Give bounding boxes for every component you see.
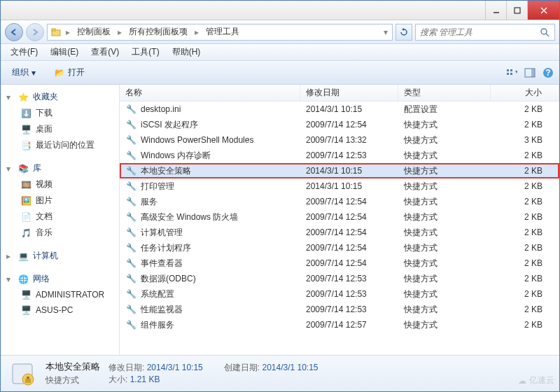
file-row[interactable]: 🔧事件查看器2009/7/14 12:54快捷方式2 KB: [120, 255, 559, 271]
help-button[interactable]: ?: [542, 67, 554, 78]
file-row[interactable]: 🔧组件服务2009/7/14 12:57快捷方式2 KB: [120, 317, 559, 332]
music-icon: 🎵: [20, 227, 31, 239]
menu-file[interactable]: 文件(F): [5, 44, 43, 60]
search-input[interactable]: [420, 27, 539, 37]
file-row[interactable]: 🔧高级安全 Windows 防火墙2009/7/14 12:54快捷方式2 KB: [120, 209, 559, 225]
minimize-button[interactable]: [485, 1, 506, 20]
collapse-icon: ▾: [6, 164, 13, 174]
shortcut-icon: 🔧: [125, 211, 136, 223]
shortcut-icon: 🔧: [125, 165, 136, 176]
computer-group[interactable]: ▸💻计算机: [1, 248, 119, 264]
computer-icon: 💻: [18, 251, 29, 262]
file-type: 快捷方式: [398, 164, 491, 178]
address-bar[interactable]: ▸ 控制面板 ▸ 所有控制面板项 ▸ 管理工具 ▾: [47, 24, 393, 41]
search-box[interactable]: [415, 24, 555, 41]
chevron-down-icon[interactable]: ▾: [382, 27, 389, 37]
open-button[interactable]: 📂打开: [48, 64, 90, 81]
list-body[interactable]: 🔧desktop.ini2014/3/1 10:15配置设置2 KB🔧iSCSI…: [120, 102, 559, 355]
svg-rect-5: [52, 29, 55, 31]
file-name: 本地安全策略: [141, 165, 191, 177]
menu-tools[interactable]: 工具(T): [126, 44, 164, 60]
chevron-right-icon[interactable]: ▸: [116, 27, 123, 37]
file-row[interactable]: 🔧性能监视器2009/7/14 12:53快捷方式2 KB: [120, 302, 559, 317]
file-name: 高级安全 Windows 防火墙: [141, 211, 238, 223]
titlebar: [1, 1, 559, 20]
file-row[interactable]: 🔧任务计划程序2009/7/14 12:54快捷方式2 KB: [120, 240, 559, 255]
shortcut-icon: 🔧: [125, 181, 136, 192]
breadcrumb-item[interactable]: 控制面板: [74, 24, 113, 39]
shortcut-icon: 🔧: [125, 104, 136, 115]
modified-value: 2014/3/1 10:15: [147, 363, 203, 372]
favorites-group[interactable]: ▾⭐收藏夹: [1, 89, 119, 105]
chevron-right-icon[interactable]: ▸: [64, 27, 71, 37]
refresh-button[interactable]: [396, 24, 412, 41]
file-type: 快捷方式: [398, 179, 491, 194]
menu-edit[interactable]: 编辑(E): [45, 44, 84, 60]
sidebar-item-network-host[interactable]: 🖥️ASUS-PC: [1, 302, 119, 318]
breadcrumb-item[interactable]: 管理工具: [203, 24, 242, 39]
file-size: 2 KB: [491, 195, 559, 208]
back-button[interactable]: [5, 23, 23, 41]
file-date: 2014/3/1 10:15: [300, 180, 398, 192]
file-row[interactable]: 🔧打印管理2014/3/1 10:15快捷方式2 KB: [120, 178, 559, 194]
sidebar-item-network-host[interactable]: 🖥️ADMINISTRATOR: [1, 287, 119, 302]
preview-pane-button[interactable]: [524, 67, 536, 78]
file-type: 快捷方式: [398, 287, 491, 302]
modified-label: 修改日期:: [108, 363, 144, 372]
file-name: 性能监视器: [141, 304, 183, 316]
sidebar-item-videos[interactable]: 🎞️视频: [1, 176, 119, 192]
menu-view[interactable]: 查看(V): [85, 44, 125, 60]
file-name: 系统配置: [141, 288, 174, 300]
file-row[interactable]: 🔧desktop.ini2014/3/1 10:15配置设置2 KB: [120, 102, 559, 117]
documents-icon: 📄: [20, 211, 31, 223]
created-label: 创建日期:: [224, 363, 260, 372]
file-row[interactable]: 🔧服务2009/7/14 12:54快捷方式2 KB: [120, 194, 559, 209]
file-name: desktop.ini: [141, 104, 181, 114]
file-type: 快捷方式: [398, 133, 491, 148]
file-row[interactable]: 🔧数据源(ODBC)2009/7/14 12:53快捷方式2 KB: [120, 271, 559, 286]
libraries-group[interactable]: ▾📚库: [1, 160, 119, 176]
file-row[interactable]: 🔧Windows 内存诊断2009/7/14 12:53快捷方式2 KB: [120, 148, 559, 163]
column-name[interactable]: 名称: [120, 85, 300, 101]
sidebar-item-downloads[interactable]: ⬇️下载: [1, 105, 119, 121]
open-icon: 📂: [54, 67, 65, 78]
organize-button[interactable]: 组织 ▾: [6, 64, 41, 81]
sidebar-item-music[interactable]: 🎵音乐: [1, 225, 119, 241]
file-row[interactable]: 🔧系统配置2009/7/14 12:53快捷方式2 KB: [120, 286, 559, 302]
network-group[interactable]: ▾🌐网络: [1, 271, 119, 287]
column-type[interactable]: 类型: [398, 85, 491, 101]
forward-button[interactable]: [26, 23, 44, 41]
breadcrumb-item[interactable]: 所有控制面板项: [126, 24, 190, 39]
sidebar-item-pictures[interactable]: 🖼️图片: [1, 192, 119, 209]
chevron-right-icon[interactable]: ▸: [193, 27, 200, 37]
file-row[interactable]: 🔧本地安全策略2014/3/1 10:15快捷方式2 KB: [120, 163, 559, 178]
svg-rect-10: [507, 73, 509, 75]
file-date: 2009/7/14 12:54: [300, 257, 398, 270]
created-value: 2014/3/1 10:15: [262, 363, 318, 372]
folder-icon: [50, 27, 62, 38]
svg-rect-19: [25, 379, 31, 383]
sidebar-item-desktop[interactable]: 🖥️桌面: [1, 121, 119, 137]
menu-help[interactable]: 帮助(H): [167, 44, 206, 60]
file-row[interactable]: 🔧计算机管理2009/7/14 12:54快捷方式2 KB: [120, 225, 559, 240]
svg-rect-1: [514, 8, 520, 13]
sidebar-item-recent[interactable]: 📑最近访问的位置: [1, 137, 119, 153]
file-type: 快捷方式: [398, 210, 491, 225]
maximize-button[interactable]: [506, 1, 527, 20]
shortcut-icon: 🔧: [125, 319, 136, 330]
file-size: 2 KB: [491, 164, 559, 177]
column-date[interactable]: 修改日期: [300, 85, 398, 101]
file-type: 快捷方式: [398, 318, 491, 332]
close-button[interactable]: [527, 1, 559, 20]
search-icon: [539, 27, 550, 38]
sidebar-item-documents[interactable]: 📄文档: [1, 209, 119, 225]
file-date: 2009/7/14 13:32: [300, 134, 398, 146]
file-name: Windows 内存诊断: [141, 150, 211, 162]
view-options-button[interactable]: [506, 67, 517, 78]
file-size: 2 KB: [491, 241, 559, 254]
file-row[interactable]: 🔧Windows PowerShell Modules2009/7/14 13:…: [120, 132, 559, 148]
file-row[interactable]: 🔧iSCSI 发起程序2009/7/14 12:54快捷方式2 KB: [120, 117, 559, 132]
column-size[interactable]: 大小: [491, 85, 559, 101]
file-date: 2009/7/14 12:54: [300, 211, 398, 223]
nav-bar: ▸ 控制面板 ▸ 所有控制面板项 ▸ 管理工具 ▾: [1, 20, 559, 44]
